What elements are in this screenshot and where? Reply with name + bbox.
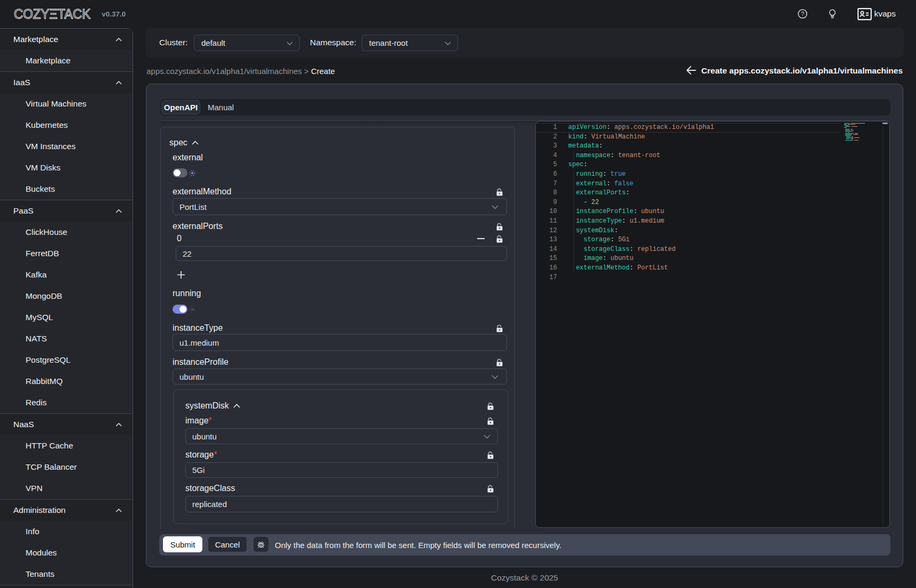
svg-text:?: ? bbox=[800, 11, 804, 17]
svg-text:COZYΞTACK: COZYΞTACK bbox=[14, 6, 91, 22]
